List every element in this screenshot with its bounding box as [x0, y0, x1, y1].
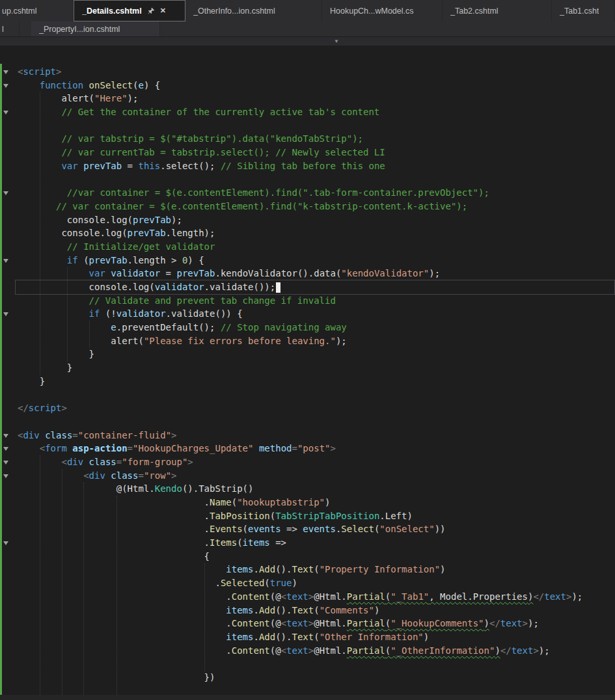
fold-marker-icon[interactable] [3, 111, 8, 114]
code-line[interactable]: if (prevTab.length > 0) { [0, 254, 615, 267]
code-line[interactable]: <form asp-action="HookupCharges_Update" … [0, 442, 615, 455]
editor-top-strip: ▼ [0, 36, 615, 46]
tab-label: _Tab2.cshtml [450, 7, 499, 16]
code-line[interactable]: { [0, 550, 615, 563]
code-line[interactable]: <div class="form-group"> [0, 455, 615, 469]
fold-marker-icon[interactable] [3, 434, 8, 438]
code-line[interactable]: } [0, 361, 615, 375]
code-line[interactable] [0, 388, 615, 402]
fold-marker-icon[interactable] [3, 474, 8, 478]
code-line[interactable]: </script> [0, 401, 615, 415]
fold-marker-icon[interactable] [3, 191, 8, 195]
tab-label: _PropertyI...ion.cshtml [39, 25, 120, 34]
code-line[interactable]: alert("Please fix errors before leaving.… [0, 334, 615, 348]
code-line[interactable]: .TabPosition(TabStripTabPosition.Left) [0, 509, 615, 523]
code-line[interactable]: <div class="row"> [0, 469, 615, 483]
fold-marker-icon[interactable] [3, 447, 8, 451]
code-line[interactable]: .Items(items => [0, 536, 615, 550]
code-line[interactable]: alert("Here"); [0, 92, 615, 105]
close-icon[interactable]: ✕ [160, 7, 166, 14]
code-line[interactable]: } [0, 347, 615, 361]
tab-bar-row-1: up.cshtml_Details.cshtml✕_OtherInfo...io… [0, 0, 615, 21]
bottom-strip [0, 695, 615, 700]
tab-label: _Tab1.csht [560, 7, 599, 16]
fold-marker-icon[interactable] [3, 259, 8, 263]
code-line[interactable]: <script> [0, 65, 615, 79]
code-line[interactable]: }) [0, 671, 615, 684]
code-line[interactable] [0, 415, 615, 429]
code-line[interactable]: // var currentTab = tabstrip.select(); /… [0, 146, 615, 159]
code-line[interactable]: items.Add().Text("Property Information") [0, 563, 615, 576]
code-line[interactable] [0, 173, 615, 187]
tab-label: l [2, 25, 4, 34]
code-line[interactable]: console.log(validator.validate()); [0, 280, 615, 294]
tab-label: _Details.cshtml [82, 7, 142, 16]
code-line[interactable]: // Validate and prevent tab change if in… [0, 294, 615, 308]
fold-marker-icon[interactable] [3, 70, 8, 74]
code-line[interactable]: function onSelect(e) { [0, 79, 615, 92]
code-line[interactable]: .Selected(true) [0, 576, 615, 590]
tab-label: up.cshtml [2, 7, 37, 16]
tab-label: _OtherInfo...ion.cshtml [193, 7, 275, 16]
code-line[interactable]: // Get the container of the currently ac… [0, 105, 615, 119]
chevron-down-icon[interactable]: ▼ [334, 38, 339, 44]
code-line[interactable]: // var tabstrip = $("#tabstrip").data("k… [0, 132, 615, 146]
document-tab[interactable]: up.cshtml [0, 0, 74, 21]
pin-icon[interactable] [148, 7, 155, 14]
document-tab[interactable]: _Tab2.cshtml [443, 0, 552, 21]
code-editor[interactable]: <script> function onSelect(e) { alert("H… [0, 46, 615, 700]
code-line[interactable]: .Content(@<text>@Html.Partial("_HookupCo… [0, 617, 615, 630]
document-tab[interactable]: _PropertyI...ion.cshtml [31, 21, 160, 36]
code-line[interactable]: console.log(prevTab); [0, 213, 615, 227]
document-tab[interactable]: HookupCh...wModel.cs [322, 0, 443, 21]
code-line[interactable]: //var container = $(e.contentElement).fi… [0, 186, 615, 200]
code-line[interactable]: console.log(prevTab.length); [0, 226, 615, 240]
fold-marker-icon[interactable] [3, 312, 8, 316]
code-line[interactable]: e.preventDefault(); // Stop navigating a… [0, 321, 615, 334]
code-lines: <script> function onSelect(e) { alert("H… [0, 65, 615, 700]
code-line[interactable]: // var container = $(e.contentElement).f… [0, 200, 615, 213]
document-tab[interactable]: _OtherInfo...ion.cshtml [185, 0, 322, 21]
code-line[interactable]: .Content(@<text>@Html.Partial("_Tab1", M… [0, 590, 615, 604]
code-line[interactable] [0, 119, 615, 133]
document-tab[interactable]: l [0, 21, 20, 36]
code-line[interactable]: var validator = prevTab.kendoValidator()… [0, 267, 615, 280]
code-line[interactable]: // Initialize/get validator [0, 240, 615, 254]
code-line[interactable]: @(Html.Kendo().TabStrip() [0, 482, 615, 496]
tab-bar-row-2: l_PropertyI...ion.cshtml [0, 21, 615, 36]
fold-marker-icon[interactable] [3, 461, 8, 464]
code-line[interactable]: var prevTab = this.select(); // Sibling … [0, 159, 615, 173]
code-line[interactable]: .Content(@<text>@Html.Partial("_OtherInf… [0, 644, 615, 658]
code-line[interactable]: } [0, 375, 615, 388]
code-line[interactable]: items.Add().Text("Comments") [0, 604, 615, 617]
code-line[interactable]: .Name("hookuptabstrip") [0, 496, 615, 509]
code-line[interactable]: .Events(events => events.Select("onSelec… [0, 522, 615, 536]
fold-marker-icon[interactable] [3, 84, 8, 88]
fold-marker-icon[interactable] [3, 541, 8, 545]
document-tab[interactable]: _Details.cshtml✕ [74, 0, 185, 21]
code-line[interactable]: <div class="container-fluid"> [0, 429, 615, 442]
code-line[interactable]: items.Add().Text("Other Information") [0, 630, 615, 644]
code-line[interactable]: if (!validator.validate()) { [0, 307, 615, 321]
code-line[interactable] [0, 657, 615, 671]
document-tab[interactable]: _Tab1.csht [552, 0, 615, 21]
tab-label: HookupCh...wModel.cs [330, 7, 414, 16]
